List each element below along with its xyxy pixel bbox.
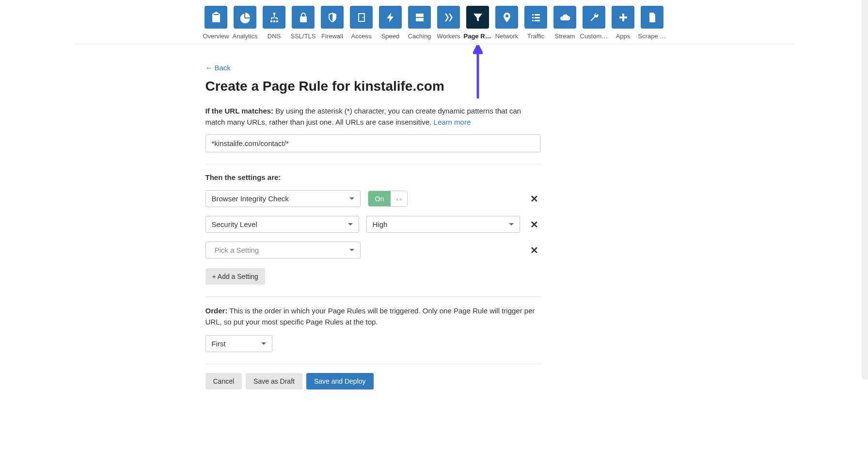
nav-item-overview[interactable]: Overview: [204, 6, 228, 40]
learn-more-link[interactable]: Learn more: [434, 118, 471, 126]
sitemap-icon: [263, 6, 285, 29]
nav-item-ssl[interactable]: SSL/TLS: [291, 6, 315, 40]
remove-setting-button[interactable]: ✕: [527, 244, 541, 256]
scrollbar[interactable]: [862, 0, 868, 379]
nav-item-pagerules[interactable]: Page Rules: [466, 6, 489, 40]
pin-icon: [495, 6, 518, 29]
nav-label: Apps: [616, 32, 631, 40]
pie-chart-icon: [234, 6, 256, 29]
nav-item-apps[interactable]: Apps: [611, 6, 635, 40]
nav-label: Custom P…: [580, 32, 608, 40]
add-setting-button[interactable]: + Add a Setting: [205, 268, 265, 285]
order-select[interactable]: First: [205, 335, 272, 352]
divider: [205, 364, 541, 364]
chevron-down-icon: [349, 197, 354, 200]
plus-icon: [612, 6, 634, 29]
setting-select[interactable]: Security Level: [205, 216, 359, 233]
wrench-icon: [583, 6, 605, 29]
nav-item-speed[interactable]: Speed: [379, 6, 402, 40]
nav-label: DNS: [268, 32, 281, 40]
drive-icon: [408, 6, 431, 29]
settings-heading: Then the settings are:: [205, 173, 542, 181]
chevron-down-icon: [349, 249, 354, 251]
lock-icon: [292, 6, 315, 29]
cancel-button[interactable]: Cancel: [205, 373, 242, 389]
setting-value-select[interactable]: High: [366, 216, 520, 233]
remove-setting-button[interactable]: ✕: [527, 219, 541, 230]
nav-item-custompages[interactable]: Custom P…: [582, 6, 606, 40]
nav-label: Speed: [381, 32, 400, 40]
nav-label: Scrape S…: [638, 32, 666, 40]
funnel-icon: [466, 6, 489, 29]
toggle-on-label: On: [368, 191, 391, 206]
toggle-off-icon: ‹ ›: [391, 191, 407, 206]
divider: [205, 296, 541, 297]
arrow-left-icon: ←: [205, 64, 213, 72]
nav-item-scrapeshield[interactable]: Scrape S…: [640, 6, 664, 40]
divider: [205, 164, 541, 164]
chevron-down-icon: [348, 223, 353, 226]
setting-select-placeholder[interactable]: Pick a Setting: [205, 242, 361, 259]
nav-item-network[interactable]: Network: [495, 6, 519, 40]
nav-item-stream[interactable]: Stream: [553, 6, 577, 40]
document-icon: [641, 6, 663, 29]
door-icon: [350, 6, 373, 29]
nav-label: Caching: [408, 32, 431, 40]
setting-value: High: [373, 220, 388, 228]
back-label: Back: [215, 64, 231, 72]
nav-item-analytics[interactable]: Analytics: [233, 6, 257, 40]
clipboard-icon: [205, 6, 227, 29]
url-match-help: If the URL matches: By using the asteris…: [205, 106, 542, 128]
shield-icon: [321, 6, 344, 29]
save-draft-button[interactable]: Save as Draft: [246, 373, 302, 389]
nav-label: Traffic: [527, 32, 544, 40]
cloud-icon: [553, 6, 576, 29]
chevron-down-icon: [509, 223, 514, 226]
nav-label: Page Rules: [464, 32, 492, 40]
setting-row: Pick a Setting ✕: [205, 242, 541, 259]
nav-item-caching[interactable]: Caching: [408, 6, 431, 40]
nav-item-workers[interactable]: Workers: [437, 6, 460, 40]
setting-row: Browser Integrity Check On ‹ › ✕: [205, 190, 541, 207]
nav-item-access[interactable]: Access: [349, 6, 373, 40]
top-nav: Overview Analytics DNS SSL/TLS Firewall …: [74, 0, 795, 44]
url-match-label: If the URL matches:: [205, 107, 274, 115]
nav-item-traffic[interactable]: Traffic: [524, 6, 548, 40]
page-title: Create a Page Rule for kinstalife.com: [205, 79, 542, 94]
nav-label: Stream: [555, 32, 575, 40]
footer-buttons: Cancel Save as Draft Save and Deploy: [205, 373, 542, 389]
nav-label: Workers: [437, 32, 460, 40]
nav-item-dns[interactable]: DNS: [262, 6, 286, 40]
toggle-switch[interactable]: On ‹ ›: [368, 191, 408, 207]
setting-select-value: Browser Integrity Check: [212, 194, 289, 203]
list-icon: [524, 6, 547, 29]
url-pattern-input[interactable]: [205, 134, 540, 152]
back-link[interactable]: ← Back: [205, 64, 231, 72]
nav-item-firewall[interactable]: Firewall: [320, 6, 344, 40]
save-deploy-button[interactable]: Save and Deploy: [306, 373, 374, 389]
nav-label: Overview: [203, 32, 229, 40]
nav-label: Analytics: [232, 32, 257, 40]
nav-label: Firewall: [321, 32, 343, 40]
main-content: ← Back Create a Page Rule for kinstalife…: [205, 44, 542, 389]
bolt-icon: [379, 6, 402, 29]
nav-label: Network: [495, 32, 519, 40]
nav-label: Access: [351, 32, 372, 40]
chevron-down-icon: [261, 342, 266, 345]
setting-row: Security Level High ✕: [205, 216, 541, 233]
nav-label: SSL/TLS: [290, 32, 316, 40]
setting-select-value: Security Level: [212, 220, 257, 228]
setting-select[interactable]: Browser Integrity Check: [205, 190, 361, 207]
remove-setting-button[interactable]: ✕: [527, 193, 541, 205]
order-text: This is the order in which your Page Rul…: [205, 307, 535, 326]
workers-icon: [437, 6, 460, 29]
order-help: Order: This is the order in which your P…: [205, 306, 542, 327]
setting-placeholder-text: Pick a Setting: [215, 246, 259, 254]
order-label: Order:: [205, 307, 228, 315]
order-select-value: First: [212, 340, 226, 348]
